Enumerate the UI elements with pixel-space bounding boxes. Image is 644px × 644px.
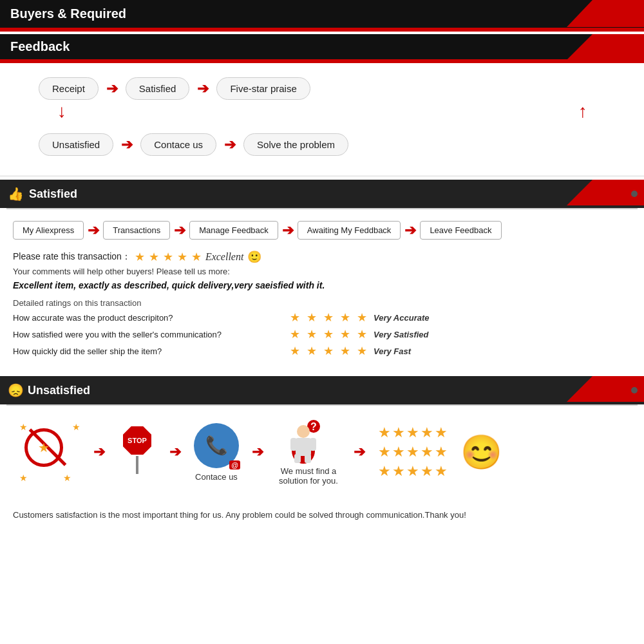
arrow-down: ↓: [57, 102, 66, 120]
svg-point-7: [297, 425, 310, 438]
arrow-up: ↑: [578, 102, 587, 120]
arrow-contact-solve: ➔: [224, 137, 236, 153]
flow-solve: Solve the problem: [243, 133, 348, 156]
nav-transactions[interactable]: Transactions: [103, 221, 170, 240]
person-svg: ?: [289, 419, 328, 464]
stars-row-2: ★★★★★: [378, 444, 448, 460]
svg-marker-0: [567, 0, 644, 27]
unsat-arrow-1: ➔: [93, 444, 105, 460]
rating-desc-2: Very Satisfied: [374, 330, 429, 339]
bg-star-4: ★: [63, 473, 71, 483]
star-3: ★: [163, 250, 173, 264]
contact-block: 📞 @ Contace us: [194, 423, 239, 482]
arrow-satisfied-fivestar: ➔: [197, 80, 209, 97]
prohibition-circle: ★: [24, 428, 63, 467]
svg-rect-10: [310, 438, 316, 451]
buyers-header: Buyers & Required: [0, 0, 644, 28]
unsat-arrow-2: ➔: [169, 444, 181, 460]
solution-block: ? We must find a solution for you.: [276, 419, 341, 486]
flow-receipt: Receipt: [39, 77, 99, 100]
unsatisfied-header: 😞 Unsatisfied: [0, 376, 644, 404]
stop-sign-block: STOP: [118, 426, 156, 478]
unsatisfied-header-text: Unsatisfied: [28, 384, 90, 397]
stop-sign: STOP: [123, 426, 151, 455]
nav-awaiting[interactable]: Awaiting My Feddback: [298, 221, 401, 240]
flow-fivestar: Five-star praise: [216, 77, 310, 100]
arrow-receipt-satisfied: ➔: [106, 80, 118, 97]
rating-row-3: How quickly did the seller ship the item…: [13, 344, 631, 358]
red-bar-1: [0, 28, 644, 32]
stop-pole: [136, 456, 138, 474]
rate-row: Please rate this transaction： ★ ★ ★ ★ ★ …: [13, 250, 631, 264]
nav-manage-feedback[interactable]: Manage Feedback: [189, 221, 278, 240]
solution-label: We must find a solution for you.: [276, 466, 341, 486]
feedback-header-text: Feedback: [10, 39, 70, 54]
svg-rect-8: [296, 438, 311, 456]
rating-q3: How quickly did the seller ship the item…: [13, 346, 283, 356]
detailed-ratings-label: Detailed ratings on this transaction: [13, 298, 631, 308]
flow-contact: Contace us: [140, 133, 216, 156]
satisfied-header: 👍 Satisfied: [0, 180, 644, 208]
bg-star-1: ★: [19, 422, 28, 432]
svg-text:?: ?: [310, 421, 317, 432]
bg-star-2: ★: [72, 422, 80, 432]
svg-rect-12: [305, 454, 311, 463]
sad-face-icon: 😞: [8, 383, 24, 398]
comment-text: Excellent item, exactly as described, qu…: [13, 280, 631, 290]
satisfied-header-text: Satisfied: [29, 187, 77, 201]
rate-label: Please rate this transaction：: [13, 251, 131, 263]
smiley-icon: 🙂: [247, 250, 261, 264]
divider-1: [0, 175, 644, 177]
unsat-arrow-3: ➔: [252, 444, 263, 460]
comment-prompt: Your comments will help other buyers! Pl…: [13, 267, 631, 276]
at-symbol: @: [229, 460, 240, 469]
flow-unsatisfied: Unsatisfied: [39, 133, 113, 156]
buyers-header-text: Buyers & Required: [10, 6, 126, 21]
arrow-unsat-contact: ➔: [121, 137, 133, 153]
stars-group: ★★★★★ ★★★★★ ★★★★★: [378, 424, 448, 480]
nav-aliexpress[interactable]: My Aliexpress: [13, 221, 84, 240]
rating-q1: How accurate was the product descripiton…: [13, 313, 283, 323]
dot-satisfied: [631, 191, 638, 197]
phone-icon: 📞 @: [194, 423, 239, 468]
star-5: ★: [191, 250, 202, 264]
rating-q2: How satisfied were you with the seller's…: [13, 330, 283, 339]
unsat-arrow-4: ➔: [354, 444, 365, 460]
star-4: ★: [177, 250, 187, 264]
nav-arrow-4: ➔: [404, 222, 416, 239]
nav-flow: My Aliexpress ➔ Transactions ➔ Manage Fe…: [0, 209, 644, 247]
nav-leave-feedback[interactable]: Leave Feedback: [420, 221, 501, 240]
nav-arrow-1: ➔: [88, 222, 99, 239]
nav-arrow-2: ➔: [174, 222, 185, 239]
no-star-block: ★ ★ ★ ★ ★: [19, 422, 80, 483]
star-1: ★: [135, 250, 145, 264]
stars-row-3: ★★★★★: [378, 463, 448, 480]
bottom-text: Customers satisfaction is the most impor…: [0, 498, 644, 535]
bg-star-3: ★: [19, 473, 28, 483]
contact-label: Contace us: [195, 472, 238, 482]
svg-marker-1: [567, 34, 644, 60]
dot-unsatisfied: [631, 387, 638, 393]
phone-symbol: 📞: [205, 435, 228, 456]
excellent-text: Excellent: [205, 251, 244, 263]
svg-rect-11: [294, 454, 301, 463]
flow-satisfied: Satisfied: [126, 77, 190, 100]
feedback-content: Please rate this transaction： ★ ★ ★ ★ ★ …: [0, 247, 644, 374]
center-star: ★: [38, 440, 50, 455]
question-person-icon: ?: [289, 419, 328, 464]
rating-row-2: How satisfied were you with the seller's…: [13, 327, 631, 341]
rating-desc-1: Very Accurate: [374, 313, 429, 323]
thumbs-up-icon: 👍: [8, 186, 24, 202]
nav-arrow-3: ➔: [282, 222, 294, 239]
unsatisfied-flow: ★ ★ ★ ★ ★ ➔ STOP ➔ 📞 @ Contace us ➔ ?: [0, 406, 644, 498]
star-2: ★: [149, 250, 159, 264]
stars-row-1: ★★★★★: [378, 424, 448, 441]
rating-desc-3: Very Fast: [374, 346, 411, 356]
rating-row-1: How accurate was the product descripiton…: [13, 310, 631, 325]
smiley-large-icon: 😊: [460, 433, 502, 472]
svg-rect-9: [290, 438, 297, 451]
red-bar-2: [0, 59, 644, 63]
flow-diagram: Receipt ➔ Satisfied ➔ Five-star praise ↓…: [0, 64, 644, 175]
feedback-header: Feedback: [0, 34, 644, 59]
